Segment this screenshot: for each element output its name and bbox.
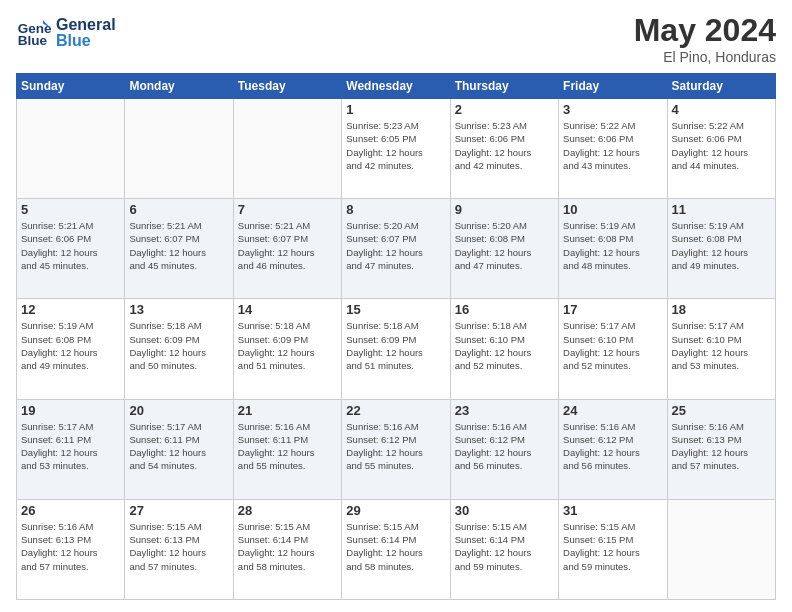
day-info: Sunrise: 5:20 AMSunset: 6:08 PMDaylight:… [455,219,554,272]
table-row: 20Sunrise: 5:17 AMSunset: 6:11 PMDayligh… [125,399,233,499]
table-row: 12Sunrise: 5:19 AMSunset: 6:08 PMDayligh… [17,299,125,399]
svg-marker-6 [126,12,136,22]
day-number: 10 [563,202,662,217]
table-row: 28Sunrise: 5:15 AMSunset: 6:14 PMDayligh… [233,499,341,599]
day-number: 1 [346,102,445,117]
table-row: 29Sunrise: 5:15 AMSunset: 6:14 PMDayligh… [342,499,450,599]
day-number: 3 [563,102,662,117]
table-row: 30Sunrise: 5:15 AMSunset: 6:14 PMDayligh… [450,499,558,599]
col-friday: Friday [559,74,667,99]
day-number: 17 [563,302,662,317]
day-info: Sunrise: 5:16 AMSunset: 6:13 PMDaylight:… [21,520,120,573]
day-number: 11 [672,202,771,217]
logo-icon: General Blue [16,13,52,49]
table-row: 9Sunrise: 5:20 AMSunset: 6:08 PMDaylight… [450,199,558,299]
month-title: May 2024 [634,12,776,49]
day-info: Sunrise: 5:17 AMSunset: 6:10 PMDaylight:… [672,319,771,372]
day-info: Sunrise: 5:18 AMSunset: 6:09 PMDaylight:… [129,319,228,372]
svg-text:General: General [56,16,116,33]
day-info: Sunrise: 5:15 AMSunset: 6:14 PMDaylight:… [346,520,445,573]
calendar-header-row: Sunday Monday Tuesday Wednesday Thursday… [17,74,776,99]
day-info: Sunrise: 5:16 AMSunset: 6:12 PMDaylight:… [563,420,662,473]
table-row: 16Sunrise: 5:18 AMSunset: 6:10 PMDayligh… [450,299,558,399]
day-number: 5 [21,202,120,217]
table-row [17,99,125,199]
page: General Blue General Blue May 2024 El Pi… [0,0,792,612]
col-monday: Monday [125,74,233,99]
table-row: 14Sunrise: 5:18 AMSunset: 6:09 PMDayligh… [233,299,341,399]
day-info: Sunrise: 5:15 AMSunset: 6:14 PMDaylight:… [455,520,554,573]
day-number: 24 [563,403,662,418]
col-saturday: Saturday [667,74,775,99]
day-info: Sunrise: 5:22 AMSunset: 6:06 PMDaylight:… [563,119,662,172]
day-info: Sunrise: 5:21 AMSunset: 6:06 PMDaylight:… [21,219,120,272]
day-number: 12 [21,302,120,317]
day-info: Sunrise: 5:21 AMSunset: 6:07 PMDaylight:… [238,219,337,272]
table-row [233,99,341,199]
table-row [125,99,233,199]
calendar-table: Sunday Monday Tuesday Wednesday Thursday… [16,73,776,600]
table-row: 8Sunrise: 5:20 AMSunset: 6:07 PMDaylight… [342,199,450,299]
day-number: 16 [455,302,554,317]
day-info: Sunrise: 5:18 AMSunset: 6:09 PMDaylight:… [238,319,337,372]
day-info: Sunrise: 5:23 AMSunset: 6:05 PMDaylight:… [346,119,445,172]
table-row: 13Sunrise: 5:18 AMSunset: 6:09 PMDayligh… [125,299,233,399]
day-info: Sunrise: 5:15 AMSunset: 6:15 PMDaylight:… [563,520,662,573]
day-number: 20 [129,403,228,418]
logo: General Blue General Blue [16,12,136,50]
day-info: Sunrise: 5:15 AMSunset: 6:14 PMDaylight:… [238,520,337,573]
day-info: Sunrise: 5:16 AMSunset: 6:11 PMDaylight:… [238,420,337,473]
table-row: 1Sunrise: 5:23 AMSunset: 6:05 PMDaylight… [342,99,450,199]
day-number: 14 [238,302,337,317]
day-info: Sunrise: 5:15 AMSunset: 6:13 PMDaylight:… [129,520,228,573]
day-info: Sunrise: 5:16 AMSunset: 6:13 PMDaylight:… [672,420,771,473]
day-info: Sunrise: 5:18 AMSunset: 6:10 PMDaylight:… [455,319,554,372]
table-row: 7Sunrise: 5:21 AMSunset: 6:07 PMDaylight… [233,199,341,299]
day-number: 21 [238,403,337,418]
day-number: 25 [672,403,771,418]
col-tuesday: Tuesday [233,74,341,99]
table-row: 5Sunrise: 5:21 AMSunset: 6:06 PMDaylight… [17,199,125,299]
day-info: Sunrise: 5:17 AMSunset: 6:10 PMDaylight:… [563,319,662,372]
day-info: Sunrise: 5:19 AMSunset: 6:08 PMDaylight:… [672,219,771,272]
day-number: 28 [238,503,337,518]
day-number: 4 [672,102,771,117]
day-info: Sunrise: 5:16 AMSunset: 6:12 PMDaylight:… [455,420,554,473]
day-info: Sunrise: 5:19 AMSunset: 6:08 PMDaylight:… [21,319,120,372]
col-thursday: Thursday [450,74,558,99]
day-number: 8 [346,202,445,217]
svg-marker-5 [122,14,132,24]
table-row [667,499,775,599]
table-row: 18Sunrise: 5:17 AMSunset: 6:10 PMDayligh… [667,299,775,399]
day-info: Sunrise: 5:23 AMSunset: 6:06 PMDaylight:… [455,119,554,172]
calendar-week-row: 19Sunrise: 5:17 AMSunset: 6:11 PMDayligh… [17,399,776,499]
day-number: 27 [129,503,228,518]
logo-svg: General Blue [56,12,136,50]
table-row: 17Sunrise: 5:17 AMSunset: 6:10 PMDayligh… [559,299,667,399]
day-info: Sunrise: 5:20 AMSunset: 6:07 PMDaylight:… [346,219,445,272]
day-info: Sunrise: 5:19 AMSunset: 6:08 PMDaylight:… [563,219,662,272]
day-number: 19 [21,403,120,418]
day-number: 22 [346,403,445,418]
svg-text:Blue: Blue [18,33,48,48]
day-info: Sunrise: 5:21 AMSunset: 6:07 PMDaylight:… [129,219,228,272]
table-row: 22Sunrise: 5:16 AMSunset: 6:12 PMDayligh… [342,399,450,499]
title-block: May 2024 El Pino, Honduras [634,12,776,65]
day-number: 15 [346,302,445,317]
table-row: 2Sunrise: 5:23 AMSunset: 6:06 PMDaylight… [450,99,558,199]
calendar-week-row: 12Sunrise: 5:19 AMSunset: 6:08 PMDayligh… [17,299,776,399]
table-row: 24Sunrise: 5:16 AMSunset: 6:12 PMDayligh… [559,399,667,499]
day-number: 26 [21,503,120,518]
table-row: 10Sunrise: 5:19 AMSunset: 6:08 PMDayligh… [559,199,667,299]
day-number: 13 [129,302,228,317]
calendar-week-row: 1Sunrise: 5:23 AMSunset: 6:05 PMDaylight… [17,99,776,199]
table-row: 19Sunrise: 5:17 AMSunset: 6:11 PMDayligh… [17,399,125,499]
day-number: 2 [455,102,554,117]
day-number: 18 [672,302,771,317]
day-info: Sunrise: 5:17 AMSunset: 6:11 PMDaylight:… [129,420,228,473]
day-info: Sunrise: 5:17 AMSunset: 6:11 PMDaylight:… [21,420,120,473]
day-info: Sunrise: 5:22 AMSunset: 6:06 PMDaylight:… [672,119,771,172]
col-wednesday: Wednesday [342,74,450,99]
table-row: 3Sunrise: 5:22 AMSunset: 6:06 PMDaylight… [559,99,667,199]
day-number: 31 [563,503,662,518]
